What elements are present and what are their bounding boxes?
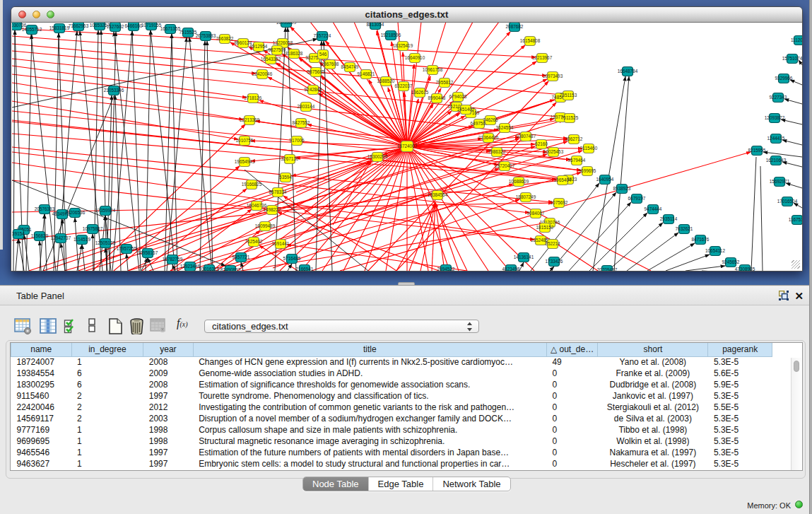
svg-text:8471676: 8471676 <box>692 237 710 242</box>
svg-text:17016504: 17016504 <box>777 199 798 204</box>
svg-text:12505135: 12505135 <box>95 240 116 245</box>
svg-text:7351153: 7351153 <box>560 93 577 98</box>
svg-text:93016315: 93016315 <box>199 267 220 271</box>
svg-text:12213369: 12213369 <box>240 117 260 122</box>
svg-text:16543382: 16543382 <box>261 57 281 62</box>
svg-text:1733426: 1733426 <box>546 259 563 264</box>
svg-text:7955812: 7955812 <box>436 80 454 85</box>
svg-text:19654943: 19654943 <box>235 159 255 164</box>
svg-text:8578334: 8578334 <box>269 189 287 194</box>
svg-text:7632621: 7632621 <box>676 226 693 231</box>
svg-text:5875685: 5875685 <box>307 69 325 74</box>
svg-text:9227343: 9227343 <box>770 95 787 100</box>
svg-text:6679197: 6679197 <box>628 196 646 201</box>
svg-text:12942737: 12942737 <box>51 235 71 240</box>
svg-text:71662963: 71662963 <box>69 23 89 28</box>
svg-text:15751074: 15751074 <box>782 56 802 61</box>
svg-text:10961758: 10961758 <box>423 67 443 72</box>
svg-text:917006: 917006 <box>289 138 305 143</box>
svg-text:18724007: 18724007 <box>397 144 418 148</box>
svg-text:2803144: 2803144 <box>298 104 315 109</box>
svg-text:9242848: 9242848 <box>305 87 322 92</box>
svg-text:9084067: 9084067 <box>527 211 545 216</box>
svg-text:39154: 39154 <box>12 231 25 236</box>
svg-text:62160: 62160 <box>535 141 548 146</box>
svg-text:17359924: 17359924 <box>95 208 116 213</box>
svg-text:2166941: 2166941 <box>296 267 314 271</box>
svg-text:2718126: 2718126 <box>245 95 262 100</box>
svg-text:16648784: 16648784 <box>618 69 638 74</box>
svg-text:7357224: 7357224 <box>314 33 331 38</box>
svg-text:1010755: 1010755 <box>236 138 254 143</box>
svg-text:2087682: 2087682 <box>506 24 524 29</box>
svg-text:3362712: 3362712 <box>565 136 583 141</box>
svg-text:6466160: 6466160 <box>125 23 143 28</box>
svg-text:3267130: 3267130 <box>281 156 299 161</box>
svg-text:53594: 53594 <box>279 175 292 180</box>
svg-text:16640910: 16640910 <box>405 55 425 60</box>
svg-text:9329966: 9329966 <box>775 76 793 81</box>
svg-text:12093872: 12093872 <box>765 115 785 120</box>
svg-text:252214: 252214 <box>545 241 560 246</box>
svg-text:8813054: 8813054 <box>367 23 384 27</box>
svg-text:16782759: 16782759 <box>163 257 183 262</box>
svg-text:16099489: 16099489 <box>255 223 276 228</box>
svg-text:20206536: 20206536 <box>65 210 86 215</box>
svg-text:2867608: 2867608 <box>322 62 339 66</box>
svg-text:746266: 746266 <box>483 117 498 122</box>
svg-text:20709497: 20709497 <box>597 267 618 271</box>
svg-text:5716485: 5716485 <box>283 256 301 261</box>
svg-text:21053346: 21053346 <box>104 88 124 93</box>
svg-text:18807249: 18807249 <box>516 194 536 199</box>
svg-text:1244415: 1244415 <box>767 136 785 141</box>
svg-text:15831819: 15831819 <box>49 25 70 30</box>
svg-text:9115460: 9115460 <box>580 146 598 151</box>
svg-text:10719155: 10719155 <box>141 23 162 28</box>
svg-text:7511525: 7511525 <box>561 115 579 120</box>
svg-text:1112054: 1112054 <box>791 37 802 42</box>
svg-text:15692971: 15692971 <box>770 179 790 184</box>
svg-text:15720407: 15720407 <box>495 163 515 168</box>
svg-text:1075692: 1075692 <box>551 200 568 205</box>
svg-text:2694522: 2694522 <box>437 267 455 271</box>
svg-text:6322037: 6322037 <box>395 83 413 88</box>
svg-text:14136141: 14136141 <box>514 255 534 259</box>
svg-text:8186328: 8186328 <box>286 51 303 56</box>
svg-text:7515525: 7515525 <box>180 30 197 35</box>
svg-text:19166825: 19166825 <box>242 182 262 187</box>
svg-text:6794028: 6794028 <box>449 94 467 99</box>
svg-text:1588520: 1588520 <box>377 78 395 83</box>
svg-text:1451402: 1451402 <box>457 107 475 112</box>
svg-text:10654112: 10654112 <box>705 248 725 253</box>
svg-text:1527602: 1527602 <box>107 24 124 29</box>
svg-text:7986322: 7986322 <box>488 149 506 154</box>
svg-text:16154808: 16154808 <box>520 38 541 43</box>
svg-text:10958167: 10958167 <box>138 250 158 255</box>
svg-text:7625402: 7625402 <box>245 239 263 244</box>
svg-text:2935114: 2935114 <box>660 216 678 221</box>
svg-text:21364436: 21364436 <box>478 135 499 140</box>
svg-text:18300295: 18300295 <box>367 154 388 159</box>
svg-text:16210643: 16210643 <box>766 158 787 163</box>
svg-text:3624554: 3624554 <box>496 125 514 130</box>
svg-text:9827509: 9827509 <box>269 47 286 52</box>
svg-text:14055712: 14055712 <box>22 27 42 32</box>
svg-text:1815152: 1815152 <box>536 225 554 230</box>
svg-text:16033809: 16033809 <box>276 23 297 25</box>
svg-text:18325419: 18325419 <box>393 43 413 48</box>
svg-text:22420046: 22420046 <box>252 71 273 76</box>
svg-text:9579464: 9579464 <box>568 158 586 163</box>
svg-text:1167533: 1167533 <box>789 217 802 222</box>
svg-text:1498222: 1498222 <box>264 207 281 212</box>
svg-text:9457721: 9457721 <box>233 255 250 259</box>
svg-text:12213967: 12213967 <box>532 55 553 60</box>
svg-text:16671355: 16671355 <box>160 26 181 31</box>
svg-text:8912954: 8912954 <box>250 44 268 49</box>
svg-text:1640954: 1640954 <box>596 177 614 182</box>
svg-text:10807487: 10807487 <box>516 134 536 139</box>
svg-text:546: 546 <box>319 52 327 57</box>
svg-text:1362615: 1362615 <box>411 90 429 95</box>
svg-text:12923446: 12923446 <box>180 264 201 269</box>
svg-text:9474444: 9474444 <box>645 206 662 211</box>
svg-text:1156829: 1156829 <box>31 233 49 238</box>
